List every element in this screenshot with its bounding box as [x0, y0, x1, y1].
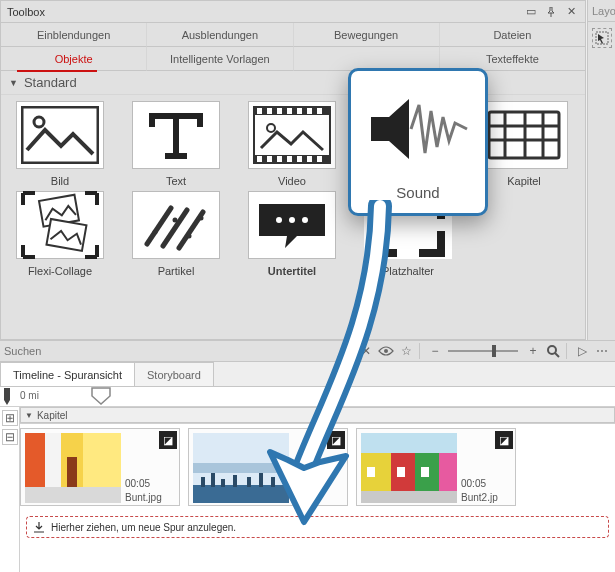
clip-badge-icon: ◪: [159, 431, 177, 449]
zoom-fit-icon[interactable]: [544, 342, 562, 360]
svg-rect-2: [254, 107, 330, 163]
clip-item[interactable]: ◪ h: [188, 428, 348, 506]
svg-point-36: [289, 217, 295, 223]
tabs-row-bottom: Objekte Intelligente Vorlagen Texteffekt…: [1, 47, 585, 71]
svg-point-34: [199, 216, 204, 221]
svg-rect-54: [221, 479, 225, 487]
window-close-icon[interactable]: ✕: [563, 4, 579, 20]
item-label: Kapitel: [507, 175, 541, 187]
svg-rect-66: [397, 467, 405, 477]
layout-tool-selection[interactable]: [592, 28, 612, 48]
subtitle-icon: [248, 191, 336, 259]
clip-item[interactable]: ◪ 00:05 Bunt.jpg: [20, 428, 180, 506]
svg-line-41: [555, 353, 559, 357]
timeline-content: ▼ Kapitel ◪ 00:05 Bunt.jpg: [20, 407, 615, 572]
clip-badge-icon: ◪: [495, 431, 513, 449]
play-icon[interactable]: ▷: [573, 342, 591, 360]
tab-timeline-spuransicht[interactable]: Timeline - Spuransicht: [0, 362, 135, 386]
particle-icon: [132, 191, 220, 259]
item-label: Text: [166, 175, 186, 187]
item-label: Video: [278, 175, 306, 187]
tab-ausblendungen[interactable]: Ausblendungen: [146, 23, 292, 47]
item-label: Partikel: [158, 265, 195, 277]
svg-rect-58: [271, 477, 275, 487]
more-icon[interactable]: ⋯: [593, 342, 611, 360]
tab-einblendungen[interactable]: Einblendungen: [1, 23, 146, 47]
item-untertitel[interactable]: Untertitel: [237, 191, 347, 277]
item-video[interactable]: Video: [237, 101, 347, 187]
svg-point-31: [153, 230, 158, 235]
clip-item[interactable]: ◪ 00:05 Bunt2.jp: [356, 428, 516, 506]
svg-rect-27: [46, 219, 86, 251]
star-icon[interactable]: ☆: [397, 342, 415, 360]
panel-titlebar: Toolbox ▭ ✕: [1, 1, 585, 23]
svg-rect-67: [421, 467, 429, 477]
eye-icon[interactable]: [377, 342, 395, 360]
tab-objekte[interactable]: Objekte: [1, 47, 146, 71]
svg-rect-13: [267, 156, 272, 162]
layout-strip: Layou: [587, 0, 615, 340]
item-partikel[interactable]: Partikel: [121, 191, 231, 277]
clip-badge-icon: ◪: [327, 431, 345, 449]
item-label: Untertitel: [268, 265, 316, 277]
clear-search-icon[interactable]: ✕: [357, 342, 375, 360]
clip-duration: 00:05: [125, 478, 150, 489]
tab-intelligente-vorlagen[interactable]: Intelligente Vorlagen: [146, 47, 292, 71]
svg-point-32: [173, 218, 178, 223]
item-label: Bild: [51, 175, 69, 187]
item-label: Flexi-Collage: [28, 265, 92, 277]
svg-rect-15: [287, 156, 292, 162]
zoom-slider[interactable]: [448, 349, 518, 353]
svg-rect-50: [193, 463, 289, 473]
clip-thumbnail: [193, 433, 289, 503]
item-text[interactable]: Text: [121, 101, 231, 187]
toolbox-panel: Toolbox ▭ ✕ Einblendungen Ausblendungen …: [0, 0, 586, 340]
item-bild[interactable]: Bild: [5, 101, 115, 187]
svg-rect-0: [22, 107, 98, 163]
chapter-icon: [480, 101, 568, 169]
ruler-label: 0 mi: [20, 390, 39, 401]
chapter-bar[interactable]: ▼ Kapitel: [20, 407, 615, 423]
collapse-icon: ▼: [9, 78, 18, 88]
new-track-drop-hint[interactable]: Hierher ziehen, um neue Spur anzulegen.: [26, 516, 609, 538]
divider: [419, 343, 420, 359]
svg-rect-8: [287, 108, 292, 114]
window-restore-icon[interactable]: ▭: [523, 4, 539, 20]
svg-rect-7: [277, 108, 282, 114]
chapter-label: Kapitel: [37, 410, 68, 421]
svg-point-33: [187, 234, 192, 239]
items-area: Bild Text Video Sound: [1, 95, 585, 341]
dragged-tile-label: Sound: [396, 184, 439, 201]
svg-rect-17: [307, 156, 312, 162]
zoom-out-icon[interactable]: −: [426, 342, 444, 360]
zoom-in-icon[interactable]: +: [524, 342, 542, 360]
item-flexi-collage[interactable]: Flexi-Collage: [5, 191, 115, 277]
clip-duration: 00:05: [461, 478, 486, 489]
tab-dateien[interactable]: Dateien: [439, 23, 585, 47]
dragged-sound-tile[interactable]: Sound: [348, 68, 488, 216]
sound-icon: [363, 84, 473, 174]
svg-rect-55: [233, 475, 237, 487]
delete-track-icon[interactable]: ⊟: [2, 429, 18, 445]
item-label: Platzhalter: [382, 265, 434, 277]
video-icon: [248, 101, 336, 169]
svg-rect-16: [297, 156, 302, 162]
search-input[interactable]: [4, 345, 355, 357]
svg-rect-48: [67, 457, 77, 487]
tab-storyboard[interactable]: Storyboard: [134, 362, 214, 386]
clip-filename: Bunt.jpg: [125, 492, 162, 503]
window-pin-icon[interactable]: [543, 4, 559, 20]
section-title: Standard: [24, 75, 77, 90]
active-tab-underline: [17, 70, 97, 72]
panel-title: Toolbox: [7, 6, 519, 18]
svg-point-40: [548, 346, 556, 354]
section-standard-header[interactable]: ▼ Standard: [1, 71, 585, 95]
svg-rect-10: [307, 108, 312, 114]
image-icon: [16, 101, 104, 169]
svg-rect-56: [247, 477, 251, 487]
tab-bewegungen[interactable]: Bewegungen: [293, 23, 439, 47]
timeline-ruler[interactable]: 0 mi: [0, 387, 615, 407]
add-track-icon[interactable]: ⊞: [2, 410, 18, 426]
svg-rect-6: [267, 108, 272, 114]
svg-rect-47: [25, 487, 121, 503]
